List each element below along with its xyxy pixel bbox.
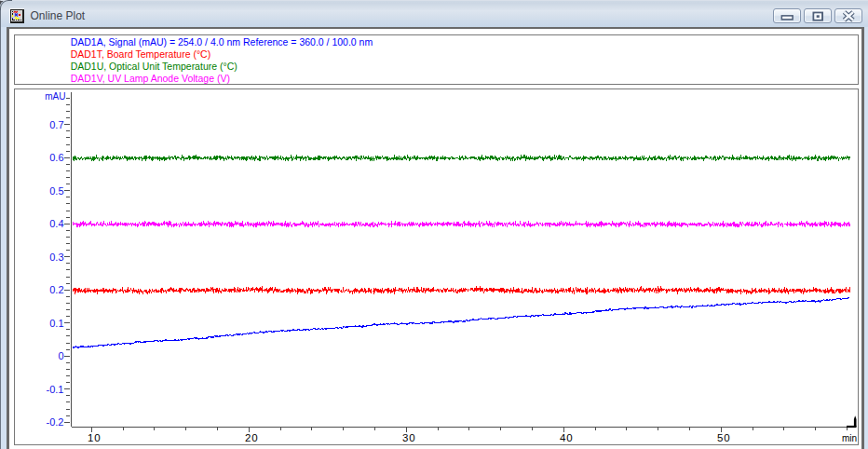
svg-text:0: 0: [58, 350, 63, 361]
svg-text:0.3: 0.3: [49, 252, 63, 263]
svg-text:-0.2: -0.2: [47, 416, 64, 428]
svg-text:40: 40: [560, 432, 573, 443]
svg-text:20: 20: [245, 432, 258, 443]
svg-text:10: 10: [88, 432, 101, 443]
svg-text:0.5: 0.5: [49, 185, 63, 197]
svg-text:0.7: 0.7: [49, 119, 63, 130]
svg-text:50: 50: [717, 432, 730, 443]
svg-text:-0.1: -0.1: [47, 384, 64, 395]
svg-text:30: 30: [402, 432, 415, 443]
svg-text:0.6: 0.6: [49, 152, 63, 163]
svg-text:0.1: 0.1: [49, 318, 63, 329]
svg-text:min: min: [842, 433, 857, 443]
svg-text:0.2: 0.2: [49, 284, 63, 295]
svg-text:0.4: 0.4: [49, 218, 63, 229]
svg-text:mAU: mAU: [45, 91, 65, 102]
